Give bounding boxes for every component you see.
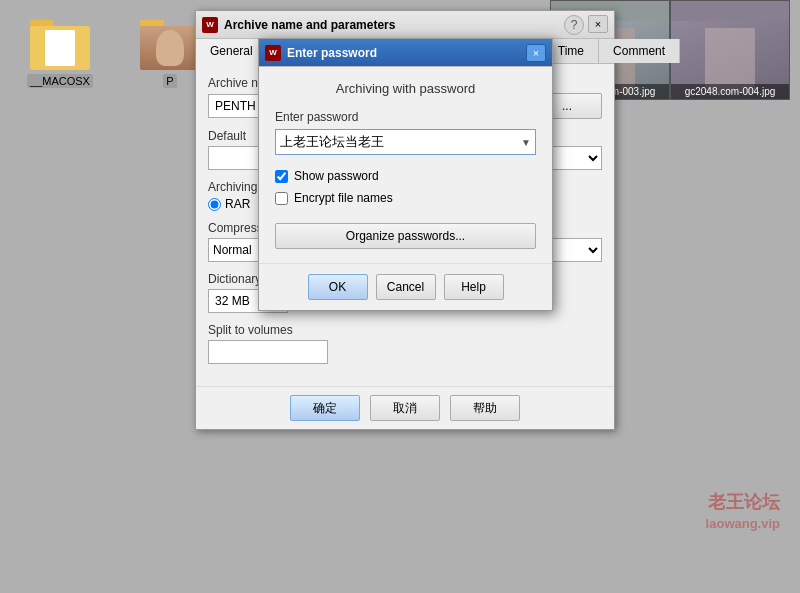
encrypt-filenames-checkbox[interactable] — [275, 192, 288, 205]
folder-body-p — [140, 26, 200, 70]
password-input-row: ▼ — [275, 129, 536, 155]
radio-rar-label: RAR — [225, 197, 250, 211]
password-title-text: Enter password — [287, 46, 377, 60]
archive-close-btn[interactable]: × — [588, 15, 608, 33]
winrar-icon-pw: W — [265, 45, 281, 61]
password-close-btn[interactable]: × — [526, 44, 546, 62]
archive-footer: 确定 取消 帮助 — [196, 386, 614, 429]
archive-title-controls: ? × — [564, 15, 608, 35]
watermark-line2: laowang.vip — [706, 515, 780, 533]
show-password-checkbox[interactable] — [275, 170, 288, 183]
icon-label-p: P — [163, 74, 176, 88]
confirm-btn-cn[interactable]: 确定 — [290, 395, 360, 421]
archive-title-left: W Archive name and parameters — [202, 17, 395, 33]
archive-titlebar: W Archive name and parameters ? × — [196, 11, 614, 39]
split-input[interactable] — [208, 340, 328, 364]
cancel-btn-cn[interactable]: 取消 — [370, 395, 440, 421]
encrypt-filenames-row[interactable]: Encrypt file names — [275, 191, 536, 205]
folder-icon-p — [140, 20, 200, 70]
watermark: 老王论坛 laowang.vip — [706, 490, 780, 533]
desktop-icons: __MACOSX P — [20, 20, 210, 88]
password-title-controls: × — [526, 44, 546, 62]
password-title-left: W Enter password — [265, 45, 377, 61]
dropdown-arrow-icon[interactable]: ▼ — [521, 137, 531, 148]
split-row: Split to volumes — [208, 323, 602, 364]
tab-general[interactable]: General — [196, 39, 268, 64]
cancel-btn[interactable]: Cancel — [376, 274, 436, 300]
radio-rar-input[interactable] — [208, 198, 221, 211]
password-titlebar: W Enter password × — [259, 39, 552, 67]
encrypt-filenames-label: Encrypt file names — [294, 191, 393, 205]
password-dialog: W Enter password × Archiving with passwo… — [258, 38, 553, 311]
password-body: Archiving with password Enter password ▼… — [259, 67, 552, 263]
winrar-icon: W — [202, 17, 218, 33]
icon-label-macosx: __MACOSX — [27, 74, 93, 88]
archive-help-btn[interactable]: ? — [564, 15, 584, 35]
split-label: Split to volumes — [208, 323, 602, 337]
archive-title-text: Archive name and parameters — [224, 18, 395, 32]
thumbnail-2[interactable]: gc2048.com-004.jpg — [670, 0, 790, 100]
tab-comment[interactable]: Comment — [599, 39, 680, 63]
ok-btn[interactable]: OK — [308, 274, 368, 300]
password-footer: OK Cancel Help — [259, 263, 552, 310]
show-password-label: Show password — [294, 169, 379, 183]
help-btn[interactable]: Help — [444, 274, 504, 300]
thumb-name-2: gc2048.com-004.jpg — [671, 84, 789, 99]
password-input[interactable] — [280, 135, 521, 150]
enter-password-label: Enter password — [275, 110, 536, 124]
folder-body — [30, 26, 90, 70]
watermark-line1: 老王论坛 — [706, 490, 780, 515]
archiving-with-password-label: Archiving with password — [275, 81, 536, 96]
desktop-icon-macosx[interactable]: __MACOSX — [20, 20, 100, 88]
desktop: __MACOSX P gc2048.com-003.jpg — [0, 0, 800, 593]
folder-icon-macosx — [30, 20, 90, 70]
help-btn-cn[interactable]: 帮助 — [450, 395, 520, 421]
organize-passwords-btn[interactable]: Organize passwords... — [275, 223, 536, 249]
folder-paper — [45, 30, 75, 66]
radio-rar[interactable]: RAR — [208, 197, 250, 211]
show-password-row[interactable]: Show password — [275, 169, 536, 183]
